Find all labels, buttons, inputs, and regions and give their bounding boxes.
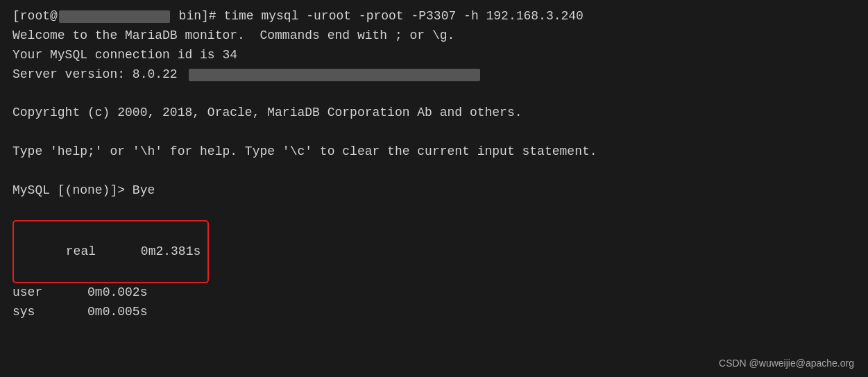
server-version-line: Server version: 8.0.22 (12, 65, 856, 85)
prompt-prefix: [root@ (12, 7, 58, 26)
real-value: 0m2.381s (141, 244, 201, 258)
user-label: user (12, 283, 42, 303)
welcome-text: Welcome to the MariaDB monitor. Commands… (12, 26, 454, 46)
real-time-line: real 0m2.381s (12, 220, 856, 284)
prompt-suffix: bin]# time mysql -uroot -proot -P3307 -h… (171, 7, 584, 26)
help-hint-text: Type 'help;' or '\h' for help. Type '\c'… (12, 142, 597, 162)
watermark: CSDN @wuweijie@apache.org (719, 358, 854, 369)
server-version-redacted (189, 69, 480, 81)
bye-line: MySQL [(none)]> Bye (12, 181, 856, 201)
real-label: real (66, 244, 96, 258)
help-hint-line: Type 'help;' or '\h' for help. Type '\c'… (12, 142, 856, 162)
connection-id-text: Your MySQL connection id is 34 (12, 46, 237, 65)
watermark-text: CSDN @wuweijie@apache.org (719, 358, 854, 369)
blank-line-2 (12, 123, 856, 142)
sys-value: 0m0.005s (87, 303, 147, 322)
hostname-redacted (59, 10, 170, 23)
user-spacing (42, 283, 87, 303)
copyright-line: Copyright (c) 2000, 2018, Oracle, MariaD… (12, 103, 856, 123)
real-time-box: real 0m2.381s (12, 220, 209, 284)
copyright-text: Copyright (c) 2000, 2018, Oracle, MariaD… (12, 103, 522, 123)
blank-line-3 (12, 162, 856, 181)
sys-time-line: sys 0m0.005s (12, 303, 856, 322)
blank-line-4 (12, 201, 856, 220)
server-version-prefix: Server version: 8.0.22 (12, 65, 185, 85)
user-time-line: user 0m0.002s (12, 283, 856, 303)
terminal-window: [root@ bin]# time mysql -uroot -proot -P… (0, 0, 868, 377)
real-spacing (96, 244, 141, 258)
connection-id-line: Your MySQL connection id is 34 (12, 46, 856, 65)
command-line: [root@ bin]# time mysql -uroot -proot -P… (12, 7, 856, 26)
sys-label: sys (12, 303, 35, 322)
bye-text: MySQL [(none)]> Bye (12, 181, 155, 201)
user-value: 0m0.002s (87, 283, 147, 303)
sys-spacing (35, 303, 87, 322)
blank-line-1 (12, 85, 856, 104)
welcome-line: Welcome to the MariaDB monitor. Commands… (12, 26, 856, 46)
